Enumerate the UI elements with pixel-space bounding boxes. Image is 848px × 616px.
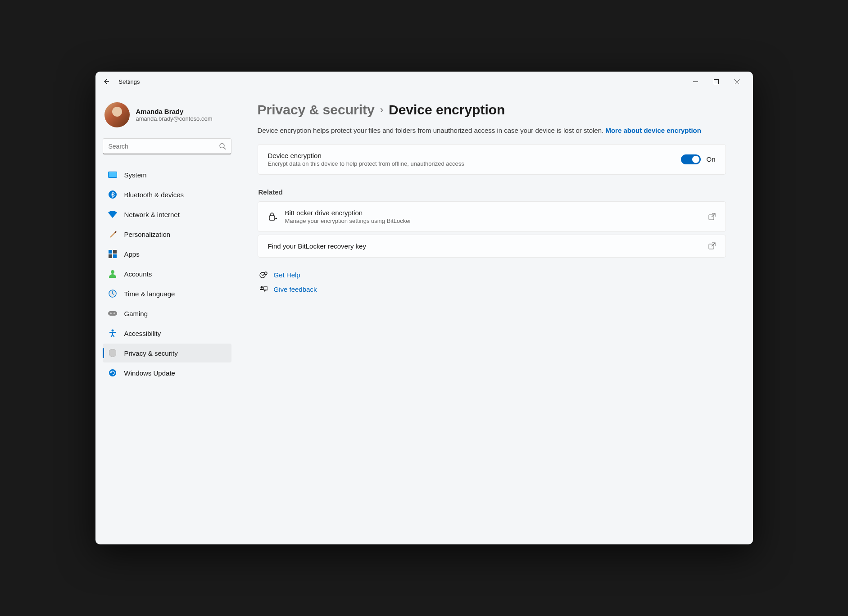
bitlocker-subtitle: Manage your encryption settings using Bi…: [285, 217, 700, 224]
avatar: [104, 102, 130, 127]
nav-system[interactable]: System: [103, 165, 231, 184]
maximize-icon: [714, 79, 719, 84]
page-title: Device encryption: [389, 102, 505, 118]
encryption-toggle[interactable]: [681, 154, 701, 164]
nav-apps[interactable]: Apps: [103, 245, 231, 263]
nav-time[interactable]: Time & language: [103, 284, 231, 303]
encryption-title: Device encryption: [268, 152, 673, 159]
recovery-key-card[interactable]: Find your BitLocker recovery key: [258, 235, 726, 258]
page-description: Device encryption helps protect your fil…: [258, 126, 726, 136]
svg-rect-3: [109, 172, 117, 177]
svg-rect-8: [113, 254, 117, 258]
wifi-icon: [108, 210, 117, 219]
lock-icon: [268, 212, 277, 221]
back-button[interactable]: [101, 76, 112, 87]
bluetooth-icon: [108, 190, 117, 199]
more-about-link[interactable]: More about device encryption: [605, 127, 701, 134]
get-help-link[interactable]: Get Help: [274, 271, 300, 279]
encryption-subtitle: Encrypt data on this device to help prot…: [268, 160, 673, 167]
shield-icon: [108, 349, 117, 358]
arrow-left-icon: [103, 78, 110, 85]
svg-rect-6: [113, 250, 117, 254]
nav-label: Bluetooth & devices: [124, 191, 184, 199]
toggle-state: On: [706, 155, 715, 163]
profile-name: Amanda Brady: [136, 108, 213, 115]
breadcrumb: Privacy & security › Device encryption: [258, 102, 726, 118]
nav-label: Accounts: [124, 270, 152, 278]
nav-label: Personalization: [124, 231, 171, 238]
svg-point-9: [111, 270, 114, 274]
svg-point-13: [113, 313, 115, 314]
nav-label: System: [124, 171, 147, 179]
svg-point-1: [220, 144, 224, 148]
profile-email: amanda.brady@contoso.com: [136, 115, 213, 122]
svg-rect-7: [109, 254, 112, 258]
help-icon: [259, 271, 268, 279]
sidebar: Amanda Brady amanda.brady@contoso.com Sy…: [95, 91, 235, 544]
svg-point-14: [111, 330, 113, 332]
external-link-icon: [708, 242, 716, 249]
person-icon: [108, 269, 117, 278]
nav-label: Accessibility: [124, 330, 161, 337]
nav-label: Time & language: [124, 290, 175, 298]
svg-point-15: [109, 369, 116, 376]
nav: System Bluetooth & devices Network & int…: [103, 165, 231, 382]
clock-icon: [108, 289, 117, 298]
search: [103, 138, 231, 154]
close-button[interactable]: [727, 74, 748, 89]
bitlocker-card[interactable]: BitLocker drive encryption Manage your e…: [258, 201, 726, 232]
feedback-row: Give feedback: [259, 285, 726, 294]
settings-window: Settings Amanda Brady amanda.brady@conto…: [95, 72, 753, 544]
nav-update[interactable]: Windows Update: [103, 363, 231, 382]
nav-label: Apps: [124, 250, 140, 258]
encryption-card: Device encryption Encrypt data on this d…: [258, 144, 726, 175]
nav-label: Privacy & security: [124, 349, 178, 357]
svg-rect-5: [109, 250, 112, 254]
svg-point-12: [110, 313, 112, 314]
svg-point-22: [260, 286, 263, 288]
close-icon: [735, 79, 739, 84]
nav-privacy[interactable]: Privacy & security: [103, 344, 231, 362]
recovery-title: Find your BitLocker recovery key: [268, 242, 700, 250]
nav-label: Network & internet: [124, 211, 180, 218]
svg-rect-11: [108, 311, 117, 316]
nav-bluetooth[interactable]: Bluetooth & devices: [103, 185, 231, 204]
minimize-icon: [693, 79, 698, 84]
help-row: Get Help: [259, 271, 726, 279]
system-icon: [108, 170, 117, 179]
nav-network[interactable]: Network & internet: [103, 205, 231, 224]
window-title: Settings: [119, 78, 140, 85]
nav-gaming[interactable]: Gaming: [103, 304, 231, 323]
chevron-right-icon: ›: [380, 104, 383, 116]
update-icon: [108, 368, 117, 377]
main-content: Privacy & security › Device encryption D…: [235, 91, 753, 544]
svg-rect-0: [714, 79, 719, 84]
svg-point-17: [276, 217, 277, 219]
minimize-button[interactable]: [685, 74, 706, 89]
related-heading: Related: [258, 188, 726, 196]
feedback-icon: [259, 285, 268, 294]
profile[interactable]: Amanda Brady amanda.brady@contoso.com: [103, 99, 231, 136]
svg-rect-23: [263, 287, 268, 290]
give-feedback-link[interactable]: Give feedback: [274, 285, 317, 293]
search-icon: [219, 143, 226, 150]
apps-icon: [108, 249, 117, 258]
gamepad-icon: [108, 309, 117, 318]
nav-accessibility[interactable]: Accessibility: [103, 324, 231, 343]
description-text: Device encryption helps protect your fil…: [258, 127, 606, 134]
paint-icon: [108, 230, 117, 239]
breadcrumb-parent[interactable]: Privacy & security: [258, 102, 375, 118]
nav-label: Windows Update: [124, 369, 175, 377]
external-link-icon: [708, 213, 716, 220]
search-input[interactable]: [103, 138, 231, 154]
maximize-button[interactable]: [706, 74, 727, 89]
nav-label: Gaming: [124, 310, 148, 317]
svg-rect-16: [269, 216, 275, 220]
nav-personalization[interactable]: Personalization: [103, 225, 231, 244]
bitlocker-title: BitLocker drive encryption: [285, 209, 700, 217]
nav-accounts[interactable]: Accounts: [103, 264, 231, 283]
accessibility-icon: [108, 329, 117, 338]
titlebar: Settings: [95, 72, 753, 91]
